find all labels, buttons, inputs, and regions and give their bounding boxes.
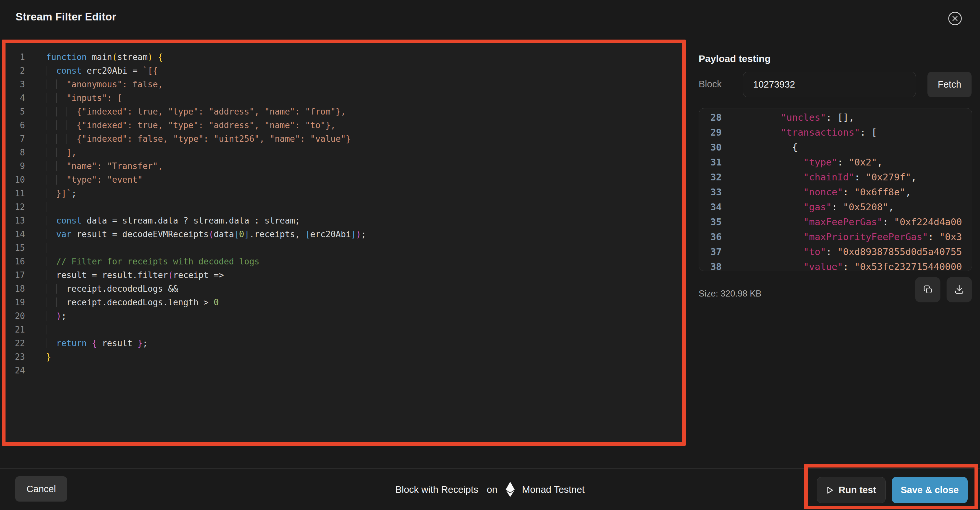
code-line: 16 // Filter for receipts with decoded l… <box>6 255 682 268</box>
run-test-button[interactable]: Run test <box>817 477 886 503</box>
close-button[interactable] <box>948 11 963 26</box>
block-number-input[interactable] <box>743 72 916 97</box>
fetch-button[interactable]: Fetch <box>928 72 972 97</box>
json-payload-preview[interactable]: 28 "uncles": [],29 "transactions": [30 {… <box>698 108 972 271</box>
code-line: 17 result = result.filter(receipt => <box>6 268 682 282</box>
network-label: Monad Testnet <box>522 484 585 495</box>
code-line: 23} <box>6 350 682 364</box>
code-line: 15 <box>6 241 682 255</box>
code-editor[interactable]: 1function main(stream) {2 const erc20Abi… <box>6 43 682 442</box>
copy-button[interactable] <box>915 277 940 302</box>
payload-size-label: Size: 320.98 KB <box>698 289 762 299</box>
editor-scrollbar-divider <box>676 43 676 442</box>
json-line: 32 "chainId": "0x279f", <box>702 170 972 184</box>
code-line: 8 ], <box>6 146 682 159</box>
page-title: Stream Filter Editor <box>16 11 116 23</box>
stream-type-label: Block with Receipts <box>395 484 478 495</box>
json-line: 37 "to": "0xd89387855d0d5a40755 <box>702 244 972 259</box>
code-line: 13 const data = stream.data ? stream.dat… <box>6 214 682 227</box>
json-line: 29 "transactions": [ <box>702 125 972 140</box>
stream-filter-editor-modal: Stream Filter Editor 1function main(stre… <box>0 0 980 510</box>
code-line: 14 var result = decodeEVMReceipts(data[0… <box>6 227 682 241</box>
code-line: 18 receipt.decodedLogs && <box>6 282 682 296</box>
code-line: 1function main(stream) { <box>6 50 682 64</box>
code-line: 5 {"indexed": true, "type": "address", "… <box>6 105 682 118</box>
code-line: 4 "inputs": [ <box>6 91 682 105</box>
copy-icon <box>923 284 933 296</box>
on-label: on <box>487 484 498 495</box>
code-line: 20 ); <box>6 309 682 323</box>
json-line: 31 "type": "0x2", <box>702 155 972 170</box>
json-line: 34 "gas": "0x5208", <box>702 200 972 214</box>
cancel-button[interactable]: Cancel <box>15 476 67 502</box>
json-line: 28 "uncles": [], <box>702 110 972 125</box>
code-line: 21 <box>6 323 682 337</box>
code-line: 11 }]`; <box>6 187 682 200</box>
footer-divider <box>0 468 980 469</box>
code-line: 7 {"indexed": false, "type": "uint256", … <box>6 132 682 146</box>
circle-x-icon <box>948 22 963 27</box>
code-line: 2 const erc20Abi = `[{ <box>6 64 682 78</box>
json-line: 38 "value": "0x53fe232715440000 <box>702 259 972 271</box>
stream-summary: Block with Receipts on Monad Testnet <box>395 482 585 497</box>
json-line: 30 { <box>702 140 972 155</box>
code-line: 19 receipt.decodedLogs.length > 0 <box>6 296 682 309</box>
download-button[interactable] <box>947 277 972 302</box>
download-icon <box>954 284 964 296</box>
code-line: 3 "anonymous": false, <box>6 78 682 91</box>
code-line: 9 "name": "Transfer", <box>6 159 682 173</box>
code-line: 12 <box>6 200 682 214</box>
json-line: 35 "maxFeePerGas": "0xf224d4a00 <box>702 214 972 229</box>
code-line: 22 return { result }; <box>6 337 682 350</box>
code-line: 24 <box>6 364 682 377</box>
code-line: 6 {"indexed": true, "type": "address", "… <box>6 118 682 132</box>
block-label: Block <box>698 79 722 89</box>
play-icon <box>826 486 834 494</box>
code-line: 10 "type": "event" <box>6 173 682 187</box>
json-line: 36 "maxPriorityFeePerGas": "0x3 <box>702 229 972 244</box>
save-close-button[interactable]: Save & close <box>892 477 968 503</box>
payload-testing-title: Payload testing <box>698 53 771 64</box>
run-test-label: Run test <box>838 485 876 496</box>
ethereum-icon <box>505 482 515 497</box>
json-line: 33 "nonce": "0x6ff8e", <box>702 184 972 200</box>
